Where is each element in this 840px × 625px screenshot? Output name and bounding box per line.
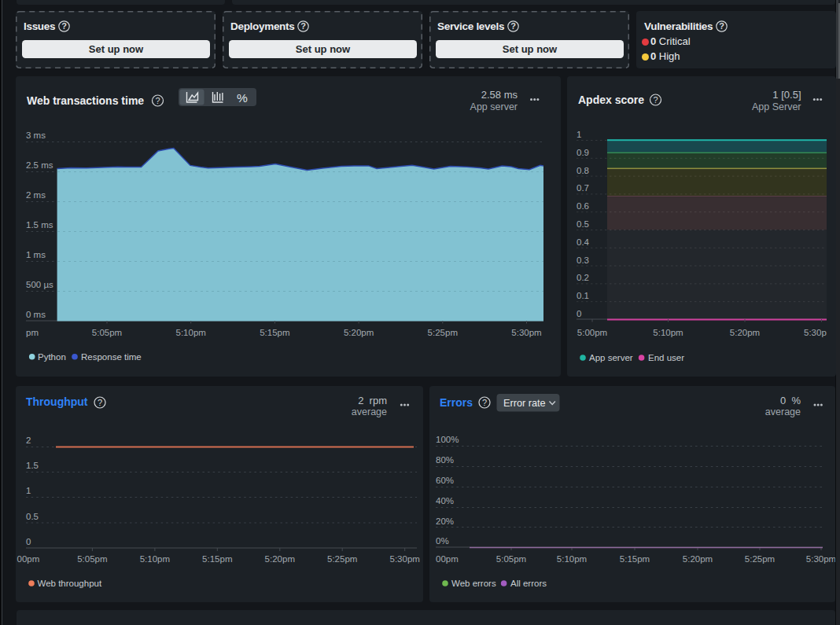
svg-text:?: ? bbox=[98, 398, 102, 407]
svg-text:1: 1 bbox=[26, 486, 31, 495]
svg-text:Python: Python bbox=[38, 352, 66, 362]
svg-text:5:25pm: 5:25pm bbox=[428, 328, 458, 337]
svg-text:5:15pm: 5:15pm bbox=[260, 328, 289, 337]
svg-text:5:20pm: 5:20pm bbox=[730, 328, 760, 337]
svg-text:5:15pm: 5:15pm bbox=[620, 554, 650, 564]
svg-text:?: ? bbox=[653, 95, 658, 105]
svg-text:5:15pm: 5:15pm bbox=[202, 554, 232, 564]
svg-text:5:30pm: 5:30pm bbox=[806, 554, 835, 564]
svg-text:Throughput: Throughput bbox=[26, 395, 88, 408]
svg-text:pm: pm bbox=[26, 328, 39, 337]
svg-text:?: ? bbox=[61, 21, 67, 31]
svg-text:5:20pm: 5:20pm bbox=[344, 328, 374, 337]
svg-text:0: 0 bbox=[26, 537, 31, 546]
svg-text:5:30p: 5:30p bbox=[804, 328, 827, 337]
svg-text:Response time: Response time bbox=[81, 352, 142, 362]
svg-text:5:05pm: 5:05pm bbox=[77, 554, 107, 564]
svg-text:0%: 0% bbox=[436, 536, 449, 546]
svg-text:0.4: 0.4 bbox=[577, 237, 590, 247]
svg-text:?: ? bbox=[482, 398, 487, 407]
svg-text:2 rpm: 2 rpm bbox=[358, 395, 387, 406]
svg-text:5:00pm: 5:00pm bbox=[577, 328, 607, 337]
svg-text:2 ms: 2 ms bbox=[26, 190, 46, 200]
svg-text:0.9: 0.9 bbox=[577, 148, 589, 157]
svg-text:1 [0.5]: 1 [0.5] bbox=[772, 89, 801, 101]
svg-text:Web throughput: Web throughput bbox=[38, 579, 102, 588]
svg-text:0 ms: 0 ms bbox=[26, 310, 46, 319]
svg-text:?: ? bbox=[300, 21, 306, 31]
svg-text:0: 0 bbox=[577, 309, 581, 318]
svg-text:5:30pm: 5:30pm bbox=[390, 554, 420, 564]
svg-text:5:25pm: 5:25pm bbox=[327, 554, 357, 564]
svg-text:3 ms: 3 ms bbox=[26, 131, 46, 140]
svg-text:5:10pm: 5:10pm bbox=[653, 328, 683, 337]
svg-text:App server: App server bbox=[589, 353, 633, 362]
svg-text:1.5: 1.5 bbox=[26, 461, 39, 470]
svg-text:0.7: 0.7 bbox=[577, 183, 589, 193]
svg-text:?: ? bbox=[510, 21, 516, 31]
svg-text:2: 2 bbox=[26, 436, 31, 445]
svg-text:5:05pm: 5:05pm bbox=[496, 554, 526, 564]
svg-text:Web transactions time: Web transactions time bbox=[27, 94, 144, 107]
svg-text:00pm: 00pm bbox=[17, 554, 40, 564]
svg-text:5:10pm: 5:10pm bbox=[557, 554, 587, 564]
svg-text:40%: 40% bbox=[436, 496, 454, 506]
svg-text:End user: End user bbox=[648, 353, 684, 362]
svg-text:5:10pm: 5:10pm bbox=[140, 554, 170, 564]
svg-text:5:20pm: 5:20pm bbox=[265, 554, 295, 564]
svg-text:Errors: Errors bbox=[440, 396, 473, 409]
svg-text:20%: 20% bbox=[436, 517, 454, 526]
svg-text:?: ? bbox=[155, 96, 160, 105]
svg-text:App Server: App Server bbox=[752, 101, 801, 112]
svg-text:1 ms: 1 ms bbox=[26, 250, 46, 259]
svg-text:?: ? bbox=[719, 21, 724, 31]
svg-text:average: average bbox=[352, 406, 387, 417]
svg-text:2.5 ms: 2.5 ms bbox=[26, 160, 53, 170]
svg-text:0.8: 0.8 bbox=[577, 166, 589, 175]
svg-text:Web errors: Web errors bbox=[451, 579, 496, 588]
svg-text:0 %: 0 % bbox=[780, 395, 801, 406]
svg-text:5:30pm: 5:30pm bbox=[511, 328, 541, 337]
svg-text:1: 1 bbox=[577, 130, 581, 139]
svg-text:5:10pm: 5:10pm bbox=[176, 328, 206, 337]
svg-text:Error rate: Error rate bbox=[503, 398, 546, 409]
svg-text:5:05pm: 5:05pm bbox=[92, 328, 122, 337]
svg-text:App server: App server bbox=[470, 101, 518, 112]
svg-text:0.5: 0.5 bbox=[577, 219, 589, 229]
svg-text:0.2: 0.2 bbox=[577, 273, 589, 282]
svg-text:80%: 80% bbox=[436, 455, 454, 465]
svg-text:0.5: 0.5 bbox=[26, 512, 39, 521]
svg-text:60%: 60% bbox=[436, 476, 454, 485]
svg-text:2.58 ms: 2.58 ms bbox=[481, 89, 518, 101]
svg-text:5:20pm: 5:20pm bbox=[683, 554, 713, 564]
svg-text:0.1: 0.1 bbox=[577, 291, 589, 300]
svg-text:0.6: 0.6 bbox=[577, 201, 589, 211]
svg-text:1.5 ms: 1.5 ms bbox=[26, 220, 53, 230]
svg-text:%: % bbox=[237, 91, 248, 105]
svg-text:500 µs: 500 µs bbox=[26, 280, 53, 289]
svg-text:All errors: All errors bbox=[510, 579, 547, 588]
svg-text:00pm: 00pm bbox=[436, 554, 459, 564]
svg-text:average: average bbox=[765, 406, 801, 417]
svg-text:0.3: 0.3 bbox=[577, 256, 589, 265]
svg-text:Apdex score: Apdex score bbox=[578, 94, 644, 106]
svg-text:100%: 100% bbox=[436, 435, 459, 444]
svg-text:5:25pm: 5:25pm bbox=[745, 554, 775, 564]
